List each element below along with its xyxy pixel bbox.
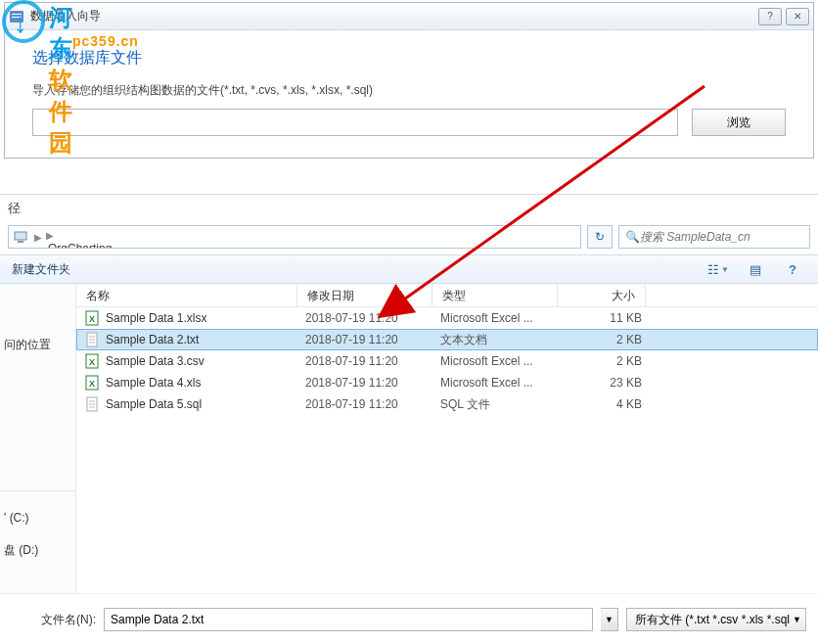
view-mode-button[interactable]: ☷▼: [701, 258, 736, 280]
refresh-button[interactable]: ↻: [587, 225, 613, 249]
file-name: Sample Data 4.xls: [106, 376, 305, 390]
dialog-description: 导入存储您的组织结构图数据的文件(*.txt, *.cvs, *.xls, *.…: [32, 82, 786, 99]
file-date: 2018-07-19 11:20: [305, 333, 440, 346]
file-icon: [84, 332, 100, 347]
breadcrumb-item[interactable]: 河东软件园: [44, 225, 135, 228]
browse-button[interactable]: 浏览: [692, 109, 786, 136]
file-row[interactable]: XSample Data 4.xls2018-07-19 11:20Micros…: [76, 372, 818, 393]
file-icon: [84, 396, 100, 412]
file-name: Sample Data 3.csv: [106, 354, 305, 368]
dialog-title: 数据导入向导: [30, 8, 758, 24]
file-type: SQL 文件: [440, 396, 566, 413]
dialog-section-label: 径: [0, 194, 818, 221]
file-name: Sample Data 2.txt: [106, 333, 305, 346]
dialog-heading: 选择数据库文件: [32, 48, 786, 69]
chevron-right-icon: ▶: [32, 232, 44, 243]
sidebar-drive-c[interactable]: ' (C:): [0, 497, 75, 529]
app-icon: [9, 9, 24, 24]
column-name[interactable]: 名称: [76, 284, 297, 306]
dialog-footer: 文件名(N): ▼ 所有文件 (*.txt *.csv *.xls *.sql …: [0, 593, 818, 641]
file-name: Sample Data 1.xlsx: [106, 311, 305, 325]
navigation-bar: ▶ 计算机▶本地磁盘 (D:)▶河东软件园▶OrgCharting▶data▶S…: [0, 221, 818, 254]
file-size: 2 KB: [566, 333, 642, 346]
svg-rect-4: [15, 232, 26, 240]
chevron-right-icon: ▶: [44, 230, 56, 241]
help-icon: ?: [789, 262, 796, 277]
svg-rect-2: [12, 17, 22, 18]
close-button[interactable]: ✕: [786, 8, 809, 25]
file-size: 23 KB: [566, 376, 642, 390]
svg-text:X: X: [89, 314, 95, 324]
list-view-icon: ☷: [707, 262, 719, 277]
breadcrumb-item[interactable]: OrgCharting: [44, 242, 135, 250]
file-size: 2 KB: [566, 354, 642, 368]
file-open-dialog: 径 ▶ 计算机▶本地磁盘 (D:)▶河东软件园▶OrgCharting▶data…: [0, 194, 818, 644]
file-row[interactable]: XSample Data 3.csv2018-07-19 11:20Micros…: [76, 350, 818, 372]
column-size[interactable]: 大小: [558, 284, 646, 306]
chevron-down-icon: ▼: [605, 615, 614, 624]
search-box[interactable]: 🔍: [618, 225, 810, 249]
file-icon: X: [84, 375, 100, 391]
column-date[interactable]: 修改日期: [297, 284, 432, 306]
refresh-icon: ↻: [595, 230, 605, 244]
preview-icon: ▤: [750, 262, 761, 277]
filename-dropdown-button[interactable]: ▼: [601, 608, 618, 631]
file-list-area: 名称 修改日期 类型 大小 XSample Data 1.xlsx2018-07…: [76, 284, 818, 593]
new-folder-button[interactable]: 新建文件夹: [4, 257, 78, 282]
file-name: Sample Data 5.sql: [106, 397, 305, 411]
chevron-down-icon: ▼: [721, 265, 729, 274]
sidebar-recent-places[interactable]: 问的位置: [0, 323, 75, 357]
file-row[interactable]: XSample Data 1.xlsx2018-07-19 11:20Micro…: [76, 307, 818, 329]
filter-label: 所有文件 (*.txt *.csv *.xls *.sql: [635, 612, 790, 628]
file-date: 2018-07-19 11:20: [305, 397, 440, 411]
file-date: 2018-07-19 11:20: [305, 354, 440, 368]
file-row[interactable]: Sample Data 5.sql2018-07-19 11:20SQL 文件4…: [76, 393, 818, 415]
dialog-title-bar: 数据导入向导 ? ✕: [5, 3, 813, 30]
file-date: 2018-07-19 11:20: [305, 311, 440, 325]
search-input[interactable]: [640, 230, 803, 244]
column-headers: 名称 修改日期 类型 大小: [76, 284, 818, 307]
sidebar-drive-d[interactable]: 盘 (D:): [0, 529, 75, 563]
filename-input[interactable]: [104, 608, 593, 631]
file-icon: X: [84, 310, 100, 326]
breadcrumb[interactable]: ▶ 计算机▶本地磁盘 (D:)▶河东软件园▶OrgCharting▶data▶S…: [8, 225, 581, 249]
svg-text:X: X: [89, 357, 95, 367]
file-type: 文本文档: [440, 332, 566, 348]
file-type: Microsoft Excel ...: [440, 354, 566, 368]
search-icon: 🔍: [625, 230, 640, 244]
svg-rect-5: [18, 241, 23, 243]
file-size: 11 KB: [566, 311, 642, 325]
file-row[interactable]: Sample Data 2.txt2018-07-19 11:20文本文档2 K…: [76, 329, 818, 350]
help-toolbar-button[interactable]: ?: [775, 258, 810, 280]
sidebar: 问的位置 ' (C:) 盘 (D:): [0, 284, 76, 593]
svg-rect-1: [12, 14, 22, 15]
computer-icon: [13, 229, 28, 245]
file-type: Microsoft Excel ...: [440, 311, 566, 325]
preview-pane-button[interactable]: ▤: [738, 258, 773, 280]
column-type[interactable]: 类型: [432, 284, 558, 306]
import-wizard-dialog: 数据导入向导 ? ✕ 选择数据库文件 导入存储您的组织结构图数据的文件(*.tx…: [4, 2, 814, 159]
file-type-filter[interactable]: 所有文件 (*.txt *.csv *.xls *.sql ▼: [626, 608, 806, 631]
file-size: 4 KB: [566, 397, 642, 411]
svg-text:X: X: [89, 379, 95, 389]
file-path-input[interactable]: [32, 109, 678, 136]
file-type: Microsoft Excel ...: [440, 376, 566, 390]
file-icon: X: [84, 353, 100, 369]
toolbar: 新建文件夹 ☷▼ ▤ ?: [0, 254, 818, 284]
filename-label: 文件名(N):: [41, 612, 96, 628]
chevron-down-icon: ▼: [793, 615, 801, 624]
file-date: 2018-07-19 11:20: [305, 376, 440, 390]
help-button[interactable]: ?: [758, 8, 782, 25]
